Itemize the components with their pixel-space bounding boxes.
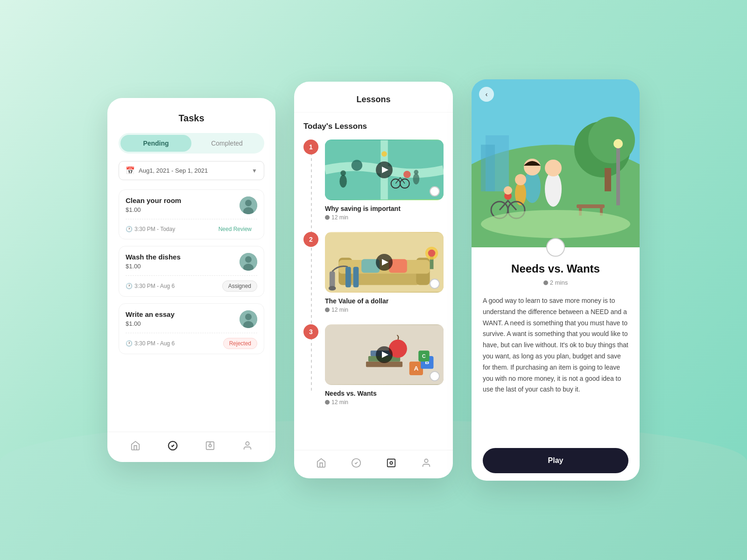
lesson-number: 1 xyxy=(303,140,318,154)
date-range-label: Aug1, 2021 - Sep 1, 2021 xyxy=(139,167,208,174)
lessons-content: Today's Lessons 1 xyxy=(294,112,453,450)
lesson-number: 2 xyxy=(303,232,318,247)
lesson-radio[interactable] xyxy=(430,279,440,289)
lesson-details: The Value of a dollar 12 min xyxy=(325,232,444,313)
task-name: Wash the dishes xyxy=(126,253,181,261)
tasks-list: Clean your room $1.00 🕐 3:30 P xyxy=(107,189,275,432)
play-button[interactable] xyxy=(376,161,393,178)
thumb-background xyxy=(325,232,444,293)
lesson-radio[interactable] xyxy=(430,186,440,196)
play-button[interactable] xyxy=(376,346,393,363)
task-badge-assigned[interactable]: Assigned xyxy=(222,280,257,292)
svg-point-11 xyxy=(209,444,211,447)
nav-tasks-icon[interactable] xyxy=(162,439,183,455)
svg-point-17 xyxy=(381,151,387,157)
svg-point-52 xyxy=(424,459,428,462)
avatar xyxy=(240,196,257,214)
date-filter[interactable]: 📅 Aug1, 2021 - Sep 1, 2021 ▼ xyxy=(119,161,264,180)
lesson-number: 3 xyxy=(303,324,318,339)
svg-point-1 xyxy=(245,200,252,206)
section-title: Today's Lessons xyxy=(303,122,444,131)
tab-completed[interactable]: Completed xyxy=(191,135,262,152)
tasks-title: Tasks xyxy=(107,98,275,133)
svg-point-15 xyxy=(352,160,362,171)
task-item: Clean your room $1.00 🕐 3:30 P xyxy=(119,189,264,239)
detail-duration: 2 mins xyxy=(483,279,628,286)
detail-description: A good way to learn to save more money i… xyxy=(483,295,628,395)
duration-dot xyxy=(543,280,548,285)
svg-rect-50 xyxy=(387,459,395,467)
avatar xyxy=(240,253,257,271)
svg-point-63 xyxy=(545,160,562,176)
avatar xyxy=(240,310,257,328)
detail-screen: ‹ Needs vs. Wants 2 mins A good way to l… xyxy=(472,79,640,481)
task-item: Write an essay $1.00 🕐 3:30 PM xyxy=(119,303,264,354)
svg-rect-72 xyxy=(577,204,605,208)
svg-point-20 xyxy=(413,174,420,184)
svg-text:C: C xyxy=(422,353,426,359)
svg-point-65 xyxy=(515,174,526,185)
nav-lessons-icon[interactable] xyxy=(381,456,402,473)
lesson-radio[interactable] xyxy=(430,371,440,381)
chevron-down-icon: ▼ xyxy=(252,168,257,174)
detail-indicator xyxy=(546,238,565,257)
nav-home-icon[interactable] xyxy=(310,456,332,473)
lesson-title: The Value of a dollar xyxy=(325,297,444,305)
svg-point-75 xyxy=(481,210,630,238)
clock-icon: 🕐 xyxy=(126,340,133,347)
svg-point-13 xyxy=(246,442,249,445)
svg-point-51 xyxy=(390,462,393,464)
play-button[interactable]: Play xyxy=(483,448,628,473)
svg-point-21 xyxy=(414,170,419,175)
lesson-details: A B C Needs vs. Wants xyxy=(325,324,444,406)
lessons-bottom-nav xyxy=(294,450,453,478)
nav-tasks-icon[interactable] xyxy=(345,456,367,473)
lesson-duration: 12 min xyxy=(325,214,444,221)
screens-container: Tasks Pending Completed 📅 Aug1, 2021 - S… xyxy=(107,79,640,481)
svg-point-19 xyxy=(340,170,346,176)
calendar-icon: 📅 xyxy=(126,166,135,175)
task-name: Write an essay xyxy=(126,310,175,318)
lesson-timeline: 1 xyxy=(303,140,444,406)
svg-text:A: A xyxy=(414,365,418,372)
svg-point-18 xyxy=(339,175,347,188)
nav-lessons-icon[interactable] xyxy=(199,439,221,455)
svg-point-7 xyxy=(245,314,252,320)
svg-point-16 xyxy=(403,171,411,178)
task-badge-rejected[interactable]: Rejected xyxy=(223,338,257,349)
lesson-thumbnail[interactable]: A B C xyxy=(325,324,444,385)
lesson-thumbnail[interactable] xyxy=(325,140,444,200)
list-item: 3 xyxy=(303,324,444,406)
nav-home-icon[interactable] xyxy=(125,439,146,455)
task-amount: $1.00 xyxy=(126,206,181,213)
svg-rect-66 xyxy=(616,145,620,205)
svg-rect-31 xyxy=(330,272,335,287)
detail-title: Needs vs. Wants xyxy=(483,262,628,275)
svg-point-32 xyxy=(329,286,336,291)
nav-profile-icon[interactable] xyxy=(416,456,437,473)
nav-profile-icon[interactable] xyxy=(237,439,258,455)
task-item: Wash the dishes $1.00 🕐 3:30 P xyxy=(119,246,264,297)
svg-point-4 xyxy=(245,256,252,263)
lesson-duration: 12 min xyxy=(325,307,444,313)
detail-content: Needs vs. Wants 2 mins A good way to lea… xyxy=(472,247,640,441)
task-time: 🕐 3:30 PM - Today xyxy=(126,226,175,232)
svg-point-71 xyxy=(504,186,512,195)
lesson-thumbnail[interactable] xyxy=(325,232,444,293)
task-amount: $1.00 xyxy=(126,320,175,327)
tab-pending[interactable]: Pending xyxy=(120,135,191,152)
list-item: 2 xyxy=(303,232,444,313)
task-badge-review[interactable]: Need Review xyxy=(213,224,257,234)
lessons-screen: Lessons Today's Lessons 1 xyxy=(294,82,453,478)
back-button[interactable]: ‹ xyxy=(479,87,494,102)
svg-rect-59 xyxy=(481,145,495,191)
svg-rect-57 xyxy=(605,168,611,191)
thumb-background: A B C xyxy=(325,324,444,385)
duration-dot xyxy=(325,400,330,405)
duration-dot xyxy=(325,215,330,220)
svg-rect-34 xyxy=(353,267,359,287)
task-time: 🕐 3:30 PM - Aug 6 xyxy=(126,340,175,347)
play-button[interactable] xyxy=(376,254,393,271)
svg-point-67 xyxy=(613,139,623,148)
hero-background xyxy=(472,79,640,247)
